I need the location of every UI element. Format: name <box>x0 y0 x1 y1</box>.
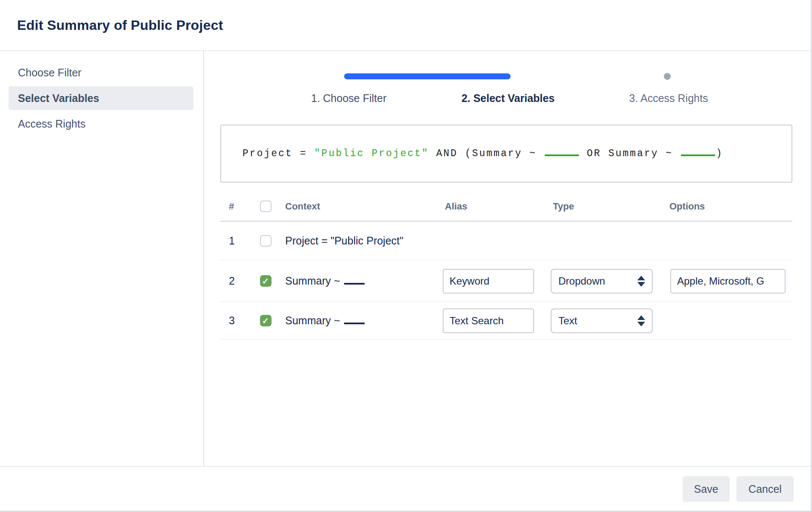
row-checkbox-cell: ✓ <box>254 275 277 287</box>
alias-input[interactable] <box>443 308 534 333</box>
header-alias: Alias <box>439 201 547 212</box>
header-context: Context <box>277 201 439 212</box>
query-blank-underline <box>681 154 715 156</box>
row-context: Summary ~ <box>277 314 439 327</box>
step-label-select-variables[interactable]: 2. Select Variables <box>461 92 555 105</box>
checkmark-icon: ✓ <box>262 277 269 285</box>
cancel-button[interactable]: Cancel <box>736 476 794 502</box>
type-select-value: Text <box>558 315 577 327</box>
query-part: AND (Summary ~ <box>429 148 544 159</box>
row-context-text: Summary ~ <box>285 314 340 326</box>
row-checkbox-cell <box>254 235 277 247</box>
row-number: 1 <box>220 235 254 247</box>
query-part: Project = <box>242 148 314 159</box>
stepper-progress-bar <box>344 73 511 79</box>
variables-table: # Context Alias Type Options 1 <box>220 192 792 340</box>
context-blank-underline <box>344 323 365 324</box>
options-input[interactable] <box>670 269 786 294</box>
row-context-text: Summary ~ <box>285 275 340 287</box>
steps-sidebar: Choose Filter Select Variables Access Ri… <box>0 51 204 466</box>
table-row: 3 ✓ Summary ~ Text <box>220 302 792 340</box>
row-context: Summary ~ <box>277 275 439 287</box>
table-row: 1 Project = "Public Project" <box>220 222 792 260</box>
select-arrows-icon <box>637 276 645 287</box>
sidebar-item-label: Choose Filter <box>18 67 82 79</box>
dialog-header: Edit Summary of Public Project <box>0 0 811 51</box>
sidebar-item-choose-filter[interactable]: Choose Filter <box>9 61 193 84</box>
header-options: Options <box>666 201 792 212</box>
table-header-row: # Context Alias Type Options <box>220 192 792 222</box>
sidebar-item-access-rights[interactable]: Access Rights <box>9 112 193 136</box>
query-string-value: "Public Project" <box>314 148 429 159</box>
query-text: Project = "Public Project" AND (Summary … <box>242 148 723 159</box>
header-type: Type <box>547 201 666 212</box>
select-all-checkbox[interactable] <box>260 201 272 212</box>
step-label-choose-filter[interactable]: 1. Choose Filter <box>311 92 386 105</box>
row-checkbox[interactable]: ✓ <box>260 275 272 287</box>
stepper-step3-dot-icon <box>664 73 671 80</box>
select-arrows-icon <box>637 315 645 326</box>
row-checkbox[interactable] <box>260 235 272 247</box>
row-context-text: Project = "Public Project" <box>285 235 403 247</box>
row-checkbox-cell: ✓ <box>254 315 277 326</box>
query-part: ) <box>716 148 723 159</box>
type-cell: Dropdown <box>547 269 666 294</box>
row-checkbox[interactable]: ✓ <box>260 315 272 326</box>
header-number: # <box>220 201 254 212</box>
type-cell: Text <box>547 308 666 333</box>
type-select[interactable]: Dropdown <box>551 269 653 294</box>
alias-cell <box>439 308 547 333</box>
row-context: Project = "Public Project" <box>277 235 439 247</box>
type-select-value: Dropdown <box>558 275 605 287</box>
row-number: 2 <box>220 275 254 287</box>
context-blank-underline <box>344 283 365 285</box>
main-panel: 1. Choose Filter 2. Select Variables 3. … <box>204 51 811 466</box>
sidebar-item-select-variables[interactable]: Select Variables <box>9 86 193 110</box>
query-blank-underline <box>545 154 579 156</box>
dialog-footer: Save Cancel <box>0 466 811 511</box>
sidebar-item-label: Select Variables <box>18 92 99 105</box>
row-number: 3 <box>220 314 254 327</box>
alias-input[interactable] <box>443 269 534 294</box>
query-preview-box: Project = "Public Project" AND (Summary … <box>220 125 792 183</box>
sidebar-item-label: Access Rights <box>18 118 85 130</box>
alias-cell <box>439 269 547 294</box>
edit-summary-dialog: Edit Summary of Public Project Choose Fi… <box>0 0 812 512</box>
step-label-access-rights[interactable]: 3. Access Rights <box>629 92 708 105</box>
query-part: OR Summary ~ <box>580 148 680 159</box>
header-checkbox-cell <box>254 201 277 212</box>
checkmark-icon: ✓ <box>262 317 269 325</box>
table-row: 2 ✓ Summary ~ Dropdown <box>220 260 792 302</box>
save-button[interactable]: Save <box>683 476 730 502</box>
dialog-body: Choose Filter Select Variables Access Ri… <box>0 51 811 466</box>
options-cell <box>666 269 792 294</box>
type-select[interactable]: Text <box>551 308 653 333</box>
page-title: Edit Summary of Public Project <box>17 17 223 33</box>
